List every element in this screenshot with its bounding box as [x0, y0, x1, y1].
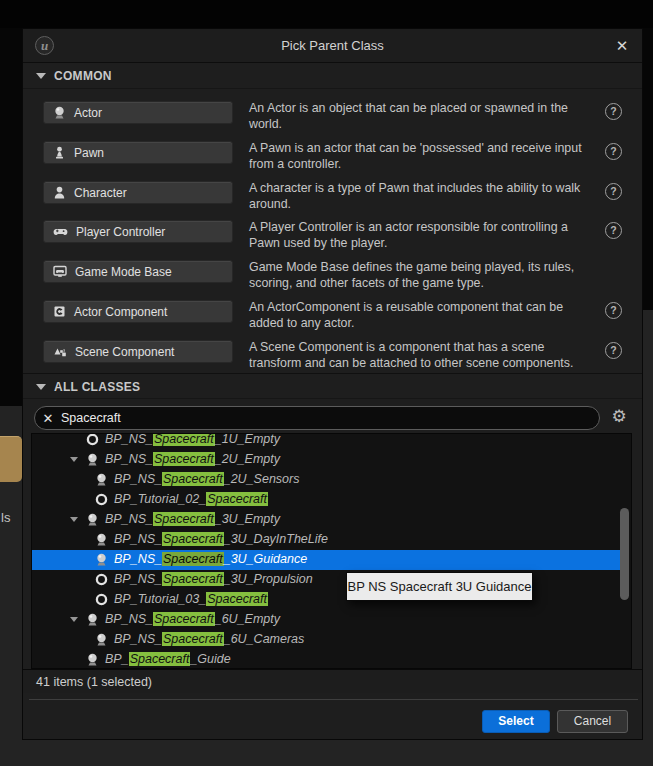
common-row-actor-component: Actor Component An ActorComponent is a r…: [23, 298, 642, 338]
scrollbar-thumb[interactable]: [620, 508, 629, 600]
common-row-player-controller: Player Controller A Player Controller is…: [23, 218, 642, 258]
gamepad-icon: [53, 225, 68, 238]
background-folder-thumbnail: [0, 436, 22, 482]
class-button-label: Scene Component: [75, 345, 174, 359]
collapse-arrow-icon: [36, 384, 46, 390]
close-icon[interactable]: ✕: [613, 37, 631, 55]
class-description: A Scene Component is a component that ha…: [249, 339, 589, 371]
status-bar: 41 items (1 selected): [23, 669, 642, 693]
backdrop-right: [643, 28, 653, 310]
common-row-actor: Actor An Actor is an object that can be …: [23, 99, 642, 139]
clear-search-icon[interactable]: ✕: [35, 411, 61, 426]
help-icon[interactable]: ?: [605, 302, 622, 319]
tree-row-selected[interactable]: BP_NS_Spacecraft_3U_Guidance: [32, 550, 620, 570]
select-button[interactable]: Select: [482, 710, 550, 733]
tree-row[interactable]: BP_NS_Spacecraft_3U_Empty: [32, 510, 620, 530]
actor-class-icon: [86, 613, 99, 626]
dialog-title: Pick Parent Class: [23, 29, 642, 63]
class-button-label: Pawn: [74, 146, 104, 160]
tree-row[interactable]: BP_NS_Spacecraft_2U_Sensors: [32, 470, 620, 490]
class-description: An Actor is an object that can be placed…: [249, 100, 589, 132]
common-row-game-mode-base: Game Mode Base Game Mode Base defines th…: [23, 258, 642, 298]
common-row-character: Character A character is a type of Pawn …: [23, 179, 642, 219]
tree-row[interactable]: BP_NS_Spacecraft_3U_DayInTheLife: [32, 530, 620, 550]
expander-arrow-icon[interactable]: [70, 617, 78, 622]
expander-arrow-icon[interactable]: [70, 517, 78, 522]
player-controller-button[interactable]: Player Controller: [43, 220, 233, 243]
pick-parent-class-dialog: u Pick Parent Class ✕ COMMON Actor An Ac…: [22, 28, 643, 740]
class-button-label: Actor Component: [74, 305, 167, 319]
section-header-common[interactable]: COMMON: [23, 63, 642, 89]
section-label: ALL CLASSES: [54, 380, 140, 394]
class-description: A character is a type of Pawn that inclu…: [249, 180, 589, 212]
component-icon: [53, 305, 66, 318]
footer-divider: [29, 699, 638, 700]
class-circle-icon: [95, 593, 108, 606]
tree-row[interactable]: BP_NS_Spacecraft_1U_Empty: [32, 433, 620, 450]
common-row-pawn: Pawn A Pawn is an actor that can be 'pos…: [23, 139, 642, 179]
actor-class-icon: [95, 553, 108, 566]
help-icon[interactable]: ?: [605, 222, 622, 239]
class-circle-icon: [95, 573, 108, 586]
tree-row[interactable]: BP_Spacecraft_Guide: [32, 650, 620, 669]
actor-class-icon: [95, 533, 108, 546]
class-button-label: Game Mode Base: [75, 265, 172, 279]
class-circle-icon: [95, 493, 108, 506]
actor-component-button[interactable]: Actor Component: [43, 300, 233, 323]
class-search-box[interactable]: ✕: [34, 406, 600, 430]
filter-settings-gear-icon[interactable]: ⚙: [609, 407, 629, 427]
character-icon: [53, 186, 66, 199]
actor-class-icon: [86, 453, 99, 466]
actor-class-icon: [86, 513, 99, 526]
common-row-scene-component: Scene Component A Scene Component is a c…: [23, 338, 642, 378]
class-button-label: Character: [74, 186, 127, 200]
backdrop-left: [0, 28, 22, 406]
game-mode-base-button[interactable]: Game Mode Base: [43, 260, 233, 283]
title-bar[interactable]: u Pick Parent Class ✕: [23, 29, 642, 63]
section-label: COMMON: [54, 69, 112, 83]
tree-row[interactable]: BP_NS_Spacecraft_6U_Empty: [32, 610, 620, 630]
scene-component-icon: [53, 345, 67, 358]
section-header-all-classes[interactable]: ALL CLASSES: [23, 373, 642, 399]
search-input[interactable]: [61, 411, 599, 425]
class-button-label: Player Controller: [76, 225, 165, 239]
pawn-button[interactable]: Pawn: [43, 141, 233, 164]
game-mode-icon: [53, 265, 67, 278]
class-description: An ActorComponent is a reusable componen…: [249, 299, 589, 331]
tree-row[interactable]: BP_NS_Spacecraft_2U_Empty: [32, 450, 620, 470]
class-description: A Player Controller is an actor responsi…: [249, 219, 589, 251]
pawn-icon: [53, 146, 66, 159]
help-icon[interactable]: ?: [605, 183, 622, 200]
class-description: Game Mode Base defines the game being pl…: [249, 259, 589, 291]
actor-class-icon: [95, 633, 108, 646]
help-icon[interactable]: ?: [605, 143, 622, 160]
collapse-arrow-icon: [36, 73, 46, 79]
background-panel-text: ls: [1, 510, 21, 525]
cancel-button[interactable]: Cancel: [557, 710, 628, 733]
help-icon[interactable]: ?: [605, 103, 622, 120]
actor-button[interactable]: Actor: [43, 101, 233, 124]
tree-row[interactable]: BP_NS_Spacecraft_6U_Cameras: [32, 630, 620, 650]
class-button-label: Actor: [74, 106, 102, 120]
expander-arrow-icon[interactable]: [70, 457, 78, 462]
class-tree-list[interactable]: BP_NS_Spacecraft_1U_Empty BP_NS_Spacecra…: [31, 433, 632, 669]
tree-row[interactable]: BP_Tutorial_02_Spacecraft: [32, 490, 620, 510]
tooltip: BP NS Spacecraft 3U Guidance: [346, 572, 533, 601]
actor-class-icon: [95, 473, 108, 486]
scene-component-button[interactable]: Scene Component: [43, 340, 233, 363]
backdrop-top: [0, 0, 653, 28]
class-description: A Pawn is an actor that can be 'possesse…: [249, 140, 589, 172]
actor-class-icon: [86, 653, 99, 666]
class-circle-icon: [86, 433, 99, 446]
screen: ls u Pick Parent Class ✕ COMMON Actor An…: [0, 0, 653, 766]
character-button[interactable]: Character: [43, 181, 233, 204]
help-icon[interactable]: ?: [605, 342, 622, 359]
actor-icon: [53, 106, 66, 119]
